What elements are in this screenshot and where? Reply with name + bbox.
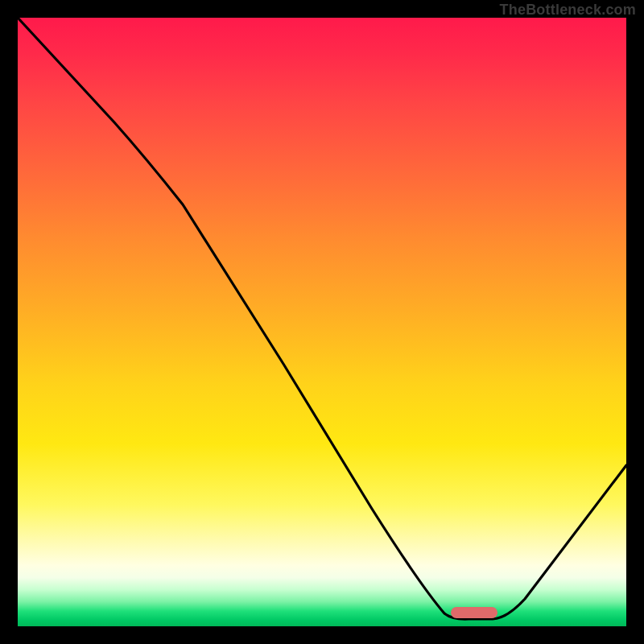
optimal-zone-marker [451,607,497,618]
curve-path [18,18,626,619]
watermark-text: TheBottleneck.com [500,2,636,19]
plot-area [18,18,626,626]
bottleneck-curve [18,18,626,626]
